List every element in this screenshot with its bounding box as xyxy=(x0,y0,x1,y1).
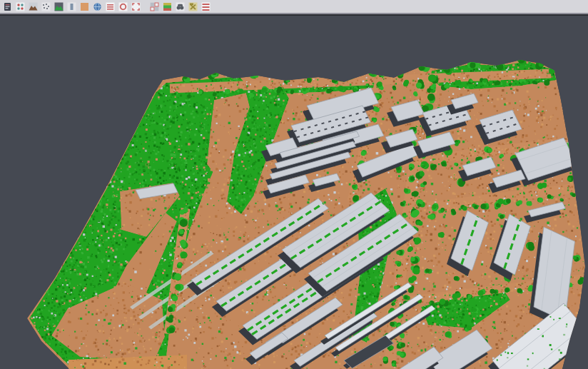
cross-section-icon xyxy=(106,2,115,11)
zoom-target-icon xyxy=(118,2,128,11)
annotate-icon xyxy=(188,2,198,11)
grid-overlay-icon xyxy=(150,2,159,11)
surface-model-icon xyxy=(54,2,64,11)
classify-button[interactable] xyxy=(200,1,211,12)
ortho-view-button[interactable] xyxy=(78,1,90,12)
application-window xyxy=(0,0,588,369)
profile-view-icon xyxy=(67,2,76,11)
cross-section-button[interactable] xyxy=(104,1,116,12)
ortho-view-icon xyxy=(80,2,89,11)
open-file-button[interactable] xyxy=(1,1,13,12)
colormap-icon xyxy=(163,2,172,11)
zoom-extents-button[interactable] xyxy=(130,1,141,12)
zoom-extents-icon xyxy=(131,2,141,11)
open-file-icon xyxy=(3,2,12,11)
classify-icon xyxy=(201,2,211,11)
point-cloud-icon xyxy=(41,2,51,11)
point-cloud-button[interactable] xyxy=(40,1,51,12)
viewport-container xyxy=(0,16,588,369)
zoom-target-button[interactable] xyxy=(117,1,128,12)
toolbar xyxy=(0,0,588,14)
colormap-button[interactable] xyxy=(161,1,173,12)
profile-view-button[interactable] xyxy=(66,1,77,12)
view-3d-icon xyxy=(93,2,102,11)
terrain-model-button[interactable] xyxy=(27,1,39,12)
measure-icon xyxy=(176,2,185,11)
render-viewport[interactable] xyxy=(0,16,588,369)
grid-overlay-button[interactable] xyxy=(148,1,160,12)
view-3d-button[interactable] xyxy=(91,1,103,12)
point-classes-icon xyxy=(16,2,25,11)
surface-model-button[interactable] xyxy=(53,1,64,12)
measure-button[interactable] xyxy=(174,1,186,12)
terrain-model-icon xyxy=(29,2,38,11)
annotate-button[interactable] xyxy=(187,1,198,12)
point-classes-button[interactable] xyxy=(14,1,26,12)
